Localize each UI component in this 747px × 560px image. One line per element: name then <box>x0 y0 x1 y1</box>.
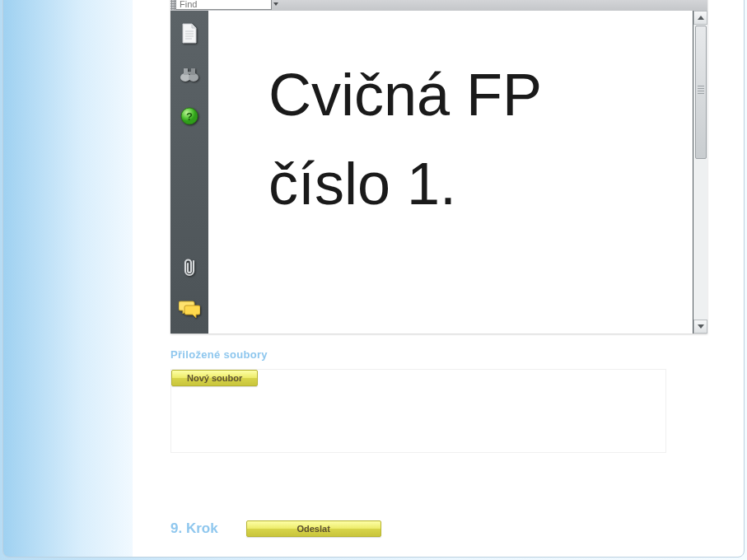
pdf-viewer: ? <box>170 0 707 334</box>
attachments-panel-button[interactable] <box>170 251 208 284</box>
help-button[interactable]: ? <box>170 100 208 133</box>
step-label: 9. Krok <box>170 520 218 537</box>
attachments-heading: Přiložené soubory <box>170 348 706 361</box>
pdf-text-line: Cvičná FP <box>268 65 542 124</box>
svg-rect-8 <box>188 72 191 74</box>
find-dropdown-button[interactable] <box>272 2 279 6</box>
pdf-scrollbar[interactable] <box>693 11 707 334</box>
pages-panel-button[interactable] <box>170 17 208 50</box>
main-content: ? <box>133 0 744 557</box>
pdf-text-line: číslo 1. <box>268 154 456 213</box>
scroll-down-button[interactable] <box>693 320 707 334</box>
binoculars-button[interactable] <box>170 58 208 91</box>
step-row: 9. Krok Odeslat <box>170 520 706 537</box>
comments-panel-button[interactable] <box>170 292 208 325</box>
scroll-thumb[interactable] <box>695 26 707 159</box>
scroll-up-button[interactable] <box>693 11 707 25</box>
help-icon: ? <box>180 107 198 125</box>
pdf-tool-sidebar: ? <box>170 11 208 334</box>
find-input[interactable] <box>175 0 272 10</box>
svg-text:?: ? <box>186 110 193 123</box>
binoculars-icon <box>179 67 200 83</box>
chat-icon <box>179 300 200 318</box>
page-icon <box>180 23 198 44</box>
svg-rect-6 <box>184 68 188 75</box>
attachments-box: Nový soubor <box>170 369 666 453</box>
left-sidebar <box>3 0 133 557</box>
pdf-page[interactable]: Cvičná FP číslo 1. <box>208 11 693 334</box>
pdf-find-toolbar <box>170 0 707 12</box>
send-button[interactable]: Odeslat <box>246 520 381 537</box>
paperclip-icon <box>180 257 198 278</box>
new-file-button[interactable]: Nový soubor <box>171 370 258 386</box>
svg-rect-7 <box>191 68 195 75</box>
